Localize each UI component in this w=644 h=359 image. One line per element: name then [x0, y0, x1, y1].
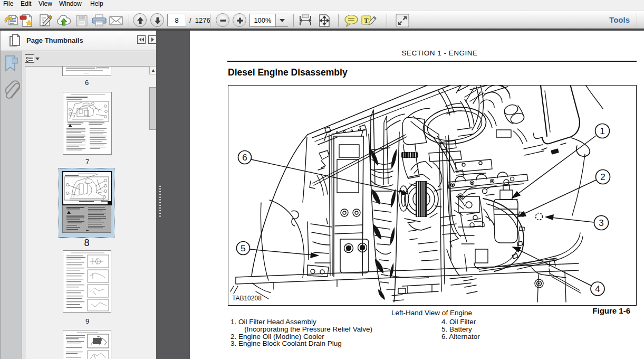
svg-text:2: 2 [600, 172, 605, 182]
svg-text:3: 3 [599, 218, 603, 228]
svg-text:5: 5 [241, 243, 245, 253]
svg-text:T: T [364, 16, 369, 24]
svg-text:6: 6 [242, 153, 247, 163]
svg-text:4: 4 [595, 284, 600, 294]
svg-text:1: 1 [600, 126, 604, 136]
